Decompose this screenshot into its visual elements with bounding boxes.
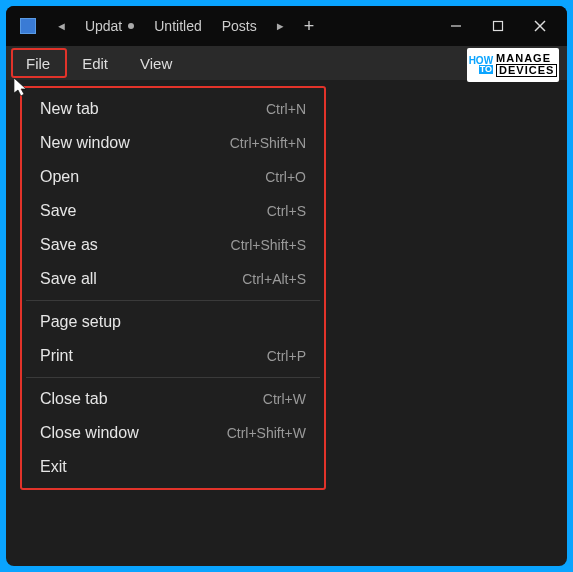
menu-item-shortcut: Ctrl+Alt+S xyxy=(242,271,306,287)
menu-edit[interactable]: Edit xyxy=(66,46,124,80)
close-button[interactable] xyxy=(519,10,561,42)
new-tab-button[interactable]: + xyxy=(294,16,325,37)
minimize-icon xyxy=(450,20,462,32)
file-menu-item[interactable]: Save allCtrl+Alt+S xyxy=(22,262,324,296)
tab-2[interactable]: Posts xyxy=(212,12,267,40)
menu-separator xyxy=(26,377,320,378)
menu-item-label: Close tab xyxy=(40,390,108,408)
menu-item-shortcut: Ctrl+Shift+S xyxy=(231,237,306,253)
tab-nav-next[interactable]: ► xyxy=(267,16,294,36)
file-menu-item[interactable]: PrintCtrl+P xyxy=(22,339,324,373)
menu-item-label: Exit xyxy=(40,458,67,476)
menu-item-shortcut: Ctrl+Shift+W xyxy=(227,425,306,441)
file-menu-item[interactable]: OpenCtrl+O xyxy=(22,160,324,194)
menu-item-label: Page setup xyxy=(40,313,121,331)
file-menu-item[interactable]: Close windowCtrl+Shift+W xyxy=(22,416,324,450)
file-dropdown-menu: New tabCtrl+NNew windowCtrl+Shift+NOpenC… xyxy=(20,86,326,490)
file-menu-item[interactable]: SaveCtrl+S xyxy=(22,194,324,228)
file-menu-item[interactable]: New tabCtrl+N xyxy=(22,92,324,126)
watermark-logo: HOW TO MANAGE DEVICES xyxy=(467,48,559,82)
file-menu-item[interactable]: New windowCtrl+Shift+N xyxy=(22,126,324,160)
menu-item-label: Save xyxy=(40,202,76,220)
window-controls xyxy=(435,6,561,46)
menu-item-shortcut: Ctrl+O xyxy=(265,169,306,185)
menu-file[interactable]: File xyxy=(10,46,66,80)
tab-nav-prev[interactable]: ◄ xyxy=(48,16,75,36)
tab-1[interactable]: Untitled xyxy=(144,12,211,40)
menu-item-label: New window xyxy=(40,134,130,152)
app-window: ◄ Updat Untitled Posts ► + File xyxy=(6,6,567,566)
tab-label: Untitled xyxy=(154,18,201,34)
tab-0[interactable]: Updat xyxy=(75,12,144,40)
modified-dot-icon xyxy=(128,23,134,29)
menu-item-shortcut: Ctrl+P xyxy=(267,348,306,364)
file-menu-item[interactable]: Exit xyxy=(22,450,324,484)
menu-item-label: Save all xyxy=(40,270,97,288)
app-icon xyxy=(20,18,36,34)
menu-view[interactable]: View xyxy=(124,46,188,80)
menu-item-label: Open xyxy=(40,168,79,186)
close-icon xyxy=(534,20,546,32)
watermark-to: TO xyxy=(479,65,493,73)
menu-separator xyxy=(26,300,320,301)
svg-rect-1 xyxy=(494,22,503,31)
cursor-icon xyxy=(14,78,30,98)
menu-item-shortcut: Ctrl+Shift+N xyxy=(230,135,306,151)
menu-item-label: Save as xyxy=(40,236,98,254)
tab-label: Updat xyxy=(85,18,122,34)
svg-marker-4 xyxy=(14,78,26,96)
menu-item-shortcut: Ctrl+S xyxy=(267,203,306,219)
file-menu-item[interactable]: Page setup xyxy=(22,305,324,339)
menu-item-shortcut: Ctrl+W xyxy=(263,391,306,407)
minimize-button[interactable] xyxy=(435,10,477,42)
menu-item-label: Close window xyxy=(40,424,139,442)
tab-label: Posts xyxy=(222,18,257,34)
menu-item-shortcut: Ctrl+N xyxy=(266,101,306,117)
menu-item-label: Print xyxy=(40,347,73,365)
watermark-devices: DEVICES xyxy=(496,64,557,77)
file-menu-item[interactable]: Close tabCtrl+W xyxy=(22,382,324,416)
maximize-icon xyxy=(492,20,504,32)
menu-item-label: New tab xyxy=(40,100,99,118)
titlebar: ◄ Updat Untitled Posts ► + xyxy=(6,6,567,46)
maximize-button[interactable] xyxy=(477,10,519,42)
file-menu-item[interactable]: Save asCtrl+Shift+S xyxy=(22,228,324,262)
watermark-manage: MANAGE xyxy=(496,53,557,64)
